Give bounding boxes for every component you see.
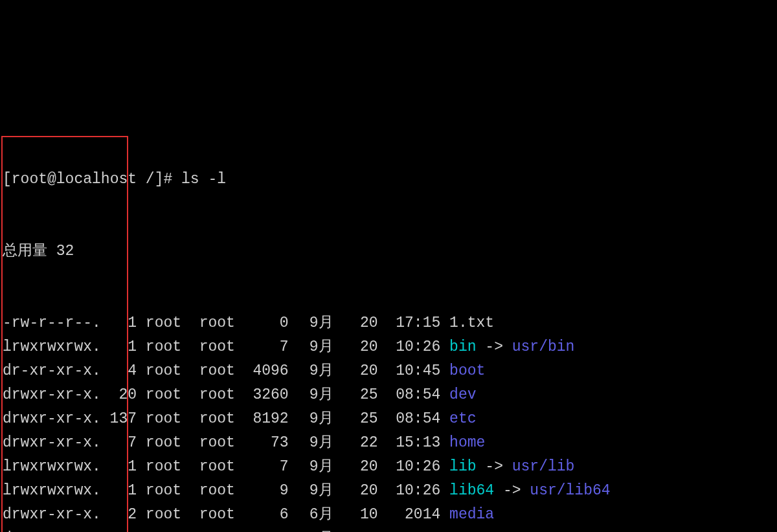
size: 4096 (244, 359, 289, 383)
group: root (199, 359, 244, 383)
permissions: lrwxrwxrwx. (3, 335, 101, 359)
day: 20 (351, 479, 377, 503)
time: 2014 (387, 503, 440, 527)
total-line: 总用量 32 (0, 239, 777, 263)
file-name: 1.txt (449, 315, 494, 331)
group: root (199, 407, 244, 431)
size: 6 (244, 503, 289, 527)
owner: root (146, 407, 190, 431)
listing-row: drwxr-xr-x.2 root root6 6月10 2014 media (0, 503, 777, 527)
size: 7 (244, 455, 289, 479)
file-name: etc (449, 410, 476, 427)
time: 10:26 (387, 479, 440, 503)
owner: root (146, 455, 190, 479)
link-count: 2 (101, 503, 137, 527)
owner: root (146, 311, 190, 335)
time: 10:26 (387, 455, 440, 479)
time: 10:26 (387, 335, 440, 359)
link-count: 4 (101, 359, 137, 383)
permissions: lrwxrwxrwx. (3, 479, 101, 503)
size: 3260 (244, 383, 289, 407)
month: 6月 (297, 527, 333, 532)
listing-row: drwxr-xr-x.137 root root8192 9月25 08:54 … (0, 407, 777, 431)
group: root (199, 431, 244, 455)
file-name: dev (449, 386, 476, 403)
size: 73 (244, 431, 289, 455)
permissions: drwxr-xr-x. (3, 383, 101, 407)
group: root (199, 527, 244, 532)
permissions: dr-xr-xr-x. (3, 359, 101, 383)
file-name: media (449, 506, 494, 523)
link-count: 20 (101, 383, 137, 407)
permissions: lrwxrwxrwx. (3, 455, 101, 479)
day: 20 (351, 455, 377, 479)
prompt-line-1: [root@localhost /]# ls -l (0, 168, 777, 192)
link-count: 1 (101, 479, 137, 503)
owner: root (146, 431, 190, 455)
group: root (199, 503, 244, 527)
time: 17:15 (387, 311, 440, 335)
permissions: -rw-r--r--. (3, 311, 101, 335)
listing-row: lrwxrwxrwx.1 root root7 9月20 10:26 bin -… (0, 335, 777, 359)
link-count: 1 (101, 311, 137, 335)
day: 25 (351, 383, 377, 407)
file-name: boot (449, 362, 485, 379)
group: root (199, 311, 244, 335)
group: root (199, 479, 244, 503)
file-name: bin (449, 338, 476, 355)
owner: root (146, 383, 190, 407)
month: 9月 (297, 359, 333, 383)
link-count: 137 (101, 407, 137, 431)
owner: root (146, 479, 190, 503)
day: 10 (351, 503, 377, 527)
link-count: 2 (101, 527, 137, 532)
month: 6月 (297, 503, 333, 527)
listing-row: drwxr-xr-x.20 root root3260 9月25 08:54 d… (0, 383, 777, 407)
terminal[interactable]: [root@localhost /]# ls -l 总用量 32 -rw-r--… (0, 96, 777, 532)
listing-row: drwxr-xr-x.2 root root6 6月10 2014 mnt (0, 527, 777, 532)
month: 9月 (297, 311, 333, 335)
size: 6 (244, 527, 289, 532)
link-count: 7 (101, 431, 137, 455)
month: 9月 (297, 455, 333, 479)
size: 0 (244, 311, 289, 335)
permissions: drwxr-xr-x. (3, 407, 101, 431)
size: 8192 (244, 407, 289, 431)
month: 9月 (297, 407, 333, 431)
listing-row: drwxr-xr-x.7 root root73 9月22 15:13 home (0, 431, 777, 455)
owner: root (146, 335, 190, 359)
time: 15:13 (387, 431, 440, 455)
day: 10 (351, 527, 377, 532)
owner: root (146, 527, 190, 532)
month: 9月 (297, 479, 333, 503)
time: 2014 (387, 527, 440, 532)
size: 7 (244, 335, 289, 359)
day: 25 (351, 407, 377, 431)
permissions: drwxr-xr-x. (3, 431, 101, 455)
file-name: lib64 (449, 482, 494, 499)
symlink-target: usr/lib (512, 458, 575, 475)
owner: root (146, 359, 190, 383)
month: 9月 (297, 431, 333, 455)
time: 08:54 (387, 383, 440, 407)
permissions: drwxr-xr-x. (3, 527, 101, 532)
symlink-target: usr/bin (512, 338, 575, 355)
listing-row: dr-xr-xr-x.4 root root4096 9月20 10:45 bo… (0, 359, 777, 383)
link-count: 1 (101, 455, 137, 479)
file-name: lib (449, 458, 476, 475)
owner: root (146, 503, 190, 527)
file-name: home (449, 434, 485, 451)
time: 10:45 (387, 359, 440, 383)
symlink-arrow: -> (503, 482, 521, 499)
listing-row: lrwxrwxrwx.1 root root9 9月20 10:26 lib64… (0, 479, 777, 503)
symlink-arrow: -> (485, 338, 503, 355)
symlink-arrow: -> (485, 458, 503, 475)
listing-row: lrwxrwxrwx.1 root root7 9月20 10:26 lib -… (0, 455, 777, 479)
link-count: 1 (101, 335, 137, 359)
symlink-target: usr/lib64 (530, 482, 610, 499)
month: 9月 (297, 335, 333, 359)
day: 20 (351, 335, 377, 359)
group: root (199, 335, 244, 359)
day: 22 (351, 431, 377, 455)
group: root (199, 383, 244, 407)
